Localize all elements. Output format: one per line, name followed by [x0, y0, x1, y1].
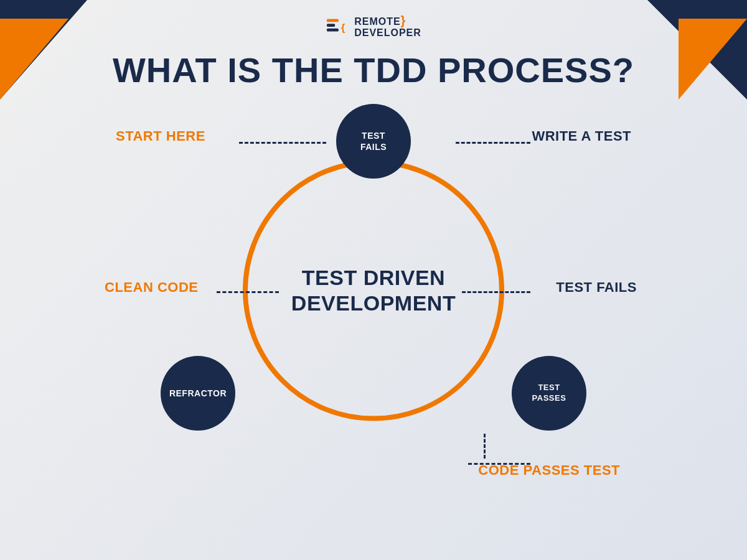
node-top-line2: FAILS	[360, 141, 387, 152]
logo-text: REMOTE} DEVELOPER	[354, 14, 421, 39]
node-br-line1: TEST	[532, 383, 566, 393]
label-clean-code: CLEAN CODE	[105, 279, 198, 296]
page-wrapper: { REMOTE} DEVELOPER WHAT IS THE TDD PROC…	[0, 0, 747, 560]
dash-write-test	[456, 142, 530, 144]
dash-code-passes-vertical	[484, 434, 486, 459]
dash-clean-code	[217, 291, 279, 293]
label-code-passes-test: CODE PASSES TEST	[478, 462, 620, 478]
node-test-passes: TEST PASSES	[512, 356, 586, 431]
circle-center-text: TEST DRIVEN DEVELOPMENT	[291, 264, 456, 315]
logo: { REMOTE} DEVELOPER	[326, 14, 421, 39]
logo-brace: }	[401, 14, 406, 27]
main-title: WHAT IS THE TDD PROCESS?	[113, 50, 634, 90]
node-br-line2: PASSES	[532, 393, 566, 404]
node-bl-line1: REFRACTOR	[169, 388, 227, 399]
node-refractor: REFRACTOR	[161, 356, 235, 431]
logo-remote: REMOTE}	[354, 14, 421, 27]
label-write-a-test: WRITE A TEST	[532, 128, 631, 144]
svg-text:{: {	[341, 21, 345, 33]
circle-line1: TEST DRIVEN	[291, 264, 456, 290]
logo-developer: DEVELOPER	[354, 27, 421, 39]
svg-rect-0	[327, 19, 339, 22]
svg-rect-1	[327, 24, 335, 27]
label-test-fails: TEST FAILS	[556, 279, 637, 296]
node-top-line1: TEST	[360, 130, 387, 141]
node-test-fails: TEST FAILS	[336, 104, 411, 179]
logo-remote-text: REMOTE	[354, 16, 400, 27]
dash-test-fails	[462, 291, 530, 293]
dash-start-here	[239, 142, 326, 144]
circle-line2: DEVELOPMENT	[291, 290, 456, 315]
logo-icon: {	[326, 14, 349, 38]
svg-rect-2	[327, 29, 339, 32]
diagram-area: TEST DRIVEN DEVELOPMENT TEST FAILS TEST …	[93, 96, 654, 495]
big-circle: TEST DRIVEN DEVELOPMENT	[243, 159, 504, 421]
label-start-here: START HERE	[116, 128, 205, 144]
